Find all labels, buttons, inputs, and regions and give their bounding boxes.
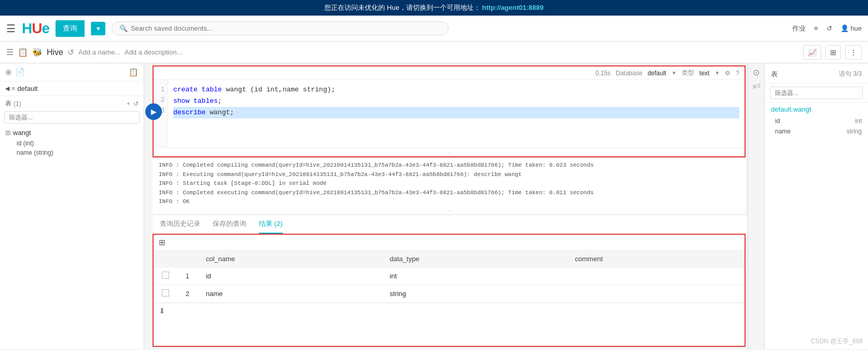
toolbar-right: 📈 ⊞ ⋮ <box>803 45 862 60</box>
right-filter-input[interactable] <box>770 87 863 99</box>
editor-resize-handle[interactable]: ··· <box>154 147 745 156</box>
table-row: 1 id int <box>154 267 745 285</box>
type-label: 类型 <box>682 69 694 77</box>
right-col-row-name: name string <box>765 126 868 137</box>
results-table: col_name data_type comment 1 id int <box>154 251 745 303</box>
type-value[interactable]: text <box>699 70 709 77</box>
db-name: default <box>18 85 38 92</box>
right-col-row-id: id int <box>765 116 868 126</box>
notebook-icon[interactable]: 📋 <box>18 47 28 57</box>
right-table-link[interactable]: default.wangt <box>771 105 811 113</box>
editor-container: 0.15s Database default ▼ 类型 text ▼ ⚙ ? ▶… <box>153 65 746 157</box>
row2-checkbox[interactable] <box>162 289 169 297</box>
table-header: 表 (1) + ↺ <box>4 96 140 111</box>
right-filter <box>765 84 868 103</box>
table-actions: + ↺ <box>127 100 139 107</box>
layers-icon[interactable]: ⊕ <box>5 68 12 77</box>
grid-results-icon[interactable]: ⊞ <box>159 238 166 247</box>
right-col-name-name: name <box>775 128 791 135</box>
search-icon: 🔍 <box>119 24 128 32</box>
tab-history[interactable]: 查询历史记录 <box>160 215 200 234</box>
db-selector[interactable]: ◀ ≡ default <box>0 82 144 96</box>
right-panel-header: 表 语句 3/3 <box>765 68 868 84</box>
row2-num: 2 <box>177 285 198 303</box>
run-button[interactable]: ▶ <box>145 103 162 120</box>
db-stack-icon: ≡ <box>11 85 16 92</box>
query-button[interactable]: 查询 <box>56 20 85 37</box>
table-section: 表 (1) + ↺ ⊞ wangt id (int) name (string) <box>0 96 144 157</box>
log-area: INFO : Completed compiling command(query… <box>153 157 746 214</box>
settings-icon[interactable]: ⚙ <box>725 70 731 77</box>
hamburger-icon[interactable]: ☰ <box>6 22 16 35</box>
copy-icon[interactable]: 📄 <box>15 68 25 77</box>
code-editor[interactable]: create table wangt (id int,name string);… <box>168 80 745 147</box>
hive-label: Hive <box>47 48 63 57</box>
log-line-5: INFO : OK <box>159 197 739 207</box>
right-col-type-id: int <box>855 117 862 125</box>
row2-datatype: string <box>381 285 567 303</box>
tab-results[interactable]: 结果 (2) <box>259 215 283 234</box>
hue-logo: HUe <box>22 20 49 37</box>
table-label: 表 <box>5 99 11 108</box>
logo-text: HUe <box>22 20 49 36</box>
sidebar-icons: ⊕ 📄 <box>5 68 25 77</box>
refresh-icon[interactable]: ↺ <box>133 100 139 107</box>
download-icon[interactable]: ⬇ <box>159 306 166 315</box>
right-table-item: default.wangt <box>765 103 868 116</box>
table-name: wangt <box>13 129 31 137</box>
right-panel: 表 语句 3/3 default.wangt id int name strin… <box>764 63 868 349</box>
row1-datatype: int <box>381 267 567 285</box>
line-num-1: 1 <box>157 84 164 95</box>
banner-text: 您正在访问未优化的 Hue，请切换到一个可用地址： <box>324 4 480 11</box>
help-icon[interactable]: ? <box>736 70 739 77</box>
banner-link[interactable]: http://agent01:8889 <box>482 4 543 11</box>
col-header-check <box>154 251 177 267</box>
undo-icon[interactable]: ↺ <box>826 24 832 32</box>
table-filter-input[interactable] <box>4 111 140 124</box>
col-header-datatype: data_type <box>381 251 567 267</box>
assist-icon[interactable]: ⊙ <box>753 68 760 77</box>
row1-checkbox[interactable] <box>162 272 169 279</box>
col-header-num <box>177 251 198 267</box>
toolbar-left: ☰ 📋 🐝 Hive ↺ Add a name... Add a descrip… <box>6 47 182 57</box>
right-panel-sub: 语句 3/3 <box>839 70 862 79</box>
db-dropdown-icon[interactable]: ▼ <box>671 70 677 76</box>
row2-check-cell[interactable] <box>154 285 177 303</box>
chart-btn[interactable]: 📈 <box>803 45 821 60</box>
user-menu[interactable]: 👤 hue <box>841 24 862 32</box>
search-bar: 🔍 <box>112 21 449 35</box>
table-item-wangt[interactable]: ⊞ wangt <box>4 127 140 139</box>
undo-editor-icon[interactable]: ↺ <box>67 48 74 57</box>
sidebar-toggle-icon[interactable]: ☰ <box>6 47 13 57</box>
main-header: ☰ HUe 查询 ▼ 🔍 作业 ≡ ↺ 👤 hue <box>0 16 868 42</box>
right-col-name-id: id <box>775 117 780 125</box>
row2-comment <box>567 285 745 303</box>
add-table-icon[interactable]: + <box>127 100 130 107</box>
add-name-btn[interactable]: Add a name... <box>78 48 120 56</box>
watermark: CSDN @王亭_666 <box>811 337 863 346</box>
results-table-container: ⊞ col_name data_type comment 1 <box>153 234 746 347</box>
sidebar-top: ⊕ 📄 📋 <box>0 63 144 82</box>
more-btn[interactable]: ⋮ <box>845 45 862 60</box>
docs-icon[interactable]: 📋 <box>129 68 139 77</box>
type-dropdown-icon[interactable]: ▼ <box>714 70 720 76</box>
grid-btn[interactable]: ⊞ <box>825 45 841 60</box>
right-panel-title: 表 <box>771 70 778 79</box>
left-sidebar: ⊕ 📄 📋 ◀ ≡ default 表 (1) + ↺ ⊞ wangt <box>0 63 144 349</box>
jobs-link[interactable]: 作业 <box>792 24 806 33</box>
cross-panel-icon[interactable]: ×² <box>752 82 761 92</box>
add-desc-btn[interactable]: Add a description... <box>125 48 182 56</box>
code-line-1: create table wangt (id int,name string); <box>173 84 739 96</box>
row1-colname: id <box>198 267 381 285</box>
search-input[interactable] <box>131 24 441 32</box>
db-value[interactable]: default <box>647 70 666 77</box>
row1-comment <box>567 267 745 285</box>
list-icon[interactable]: ≡ <box>814 24 818 32</box>
column-item-id: id (int) <box>4 139 140 148</box>
query-dropdown-button[interactable]: ▼ <box>91 22 105 35</box>
log-line-1: INFO : Completed compiling command(query… <box>159 161 739 170</box>
run-btn-container: ▶ <box>145 103 162 120</box>
tab-saved[interactable]: 保存的查询 <box>213 215 246 234</box>
db-arrow-icon: ◀ <box>5 85 9 92</box>
row1-check-cell[interactable] <box>154 267 177 285</box>
